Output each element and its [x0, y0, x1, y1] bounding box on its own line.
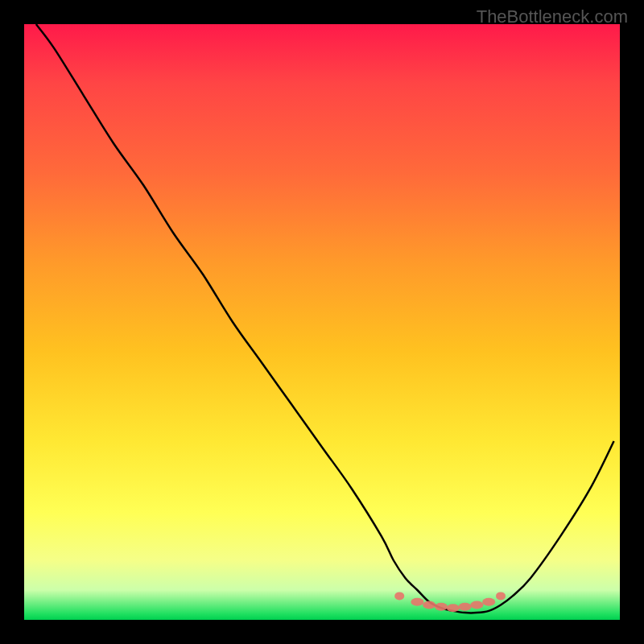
chart-svg — [24, 24, 620, 620]
marker-dot — [470, 601, 483, 609]
marker-dot — [394, 592, 404, 600]
bottleneck-curve — [36, 24, 614, 613]
marker-dot — [435, 603, 448, 611]
marker-dot — [423, 601, 436, 609]
marker-dot — [496, 592, 506, 600]
watermark-text: TheBottleneck.com — [477, 6, 628, 27]
marker-dot — [447, 604, 460, 612]
marker-dot — [482, 598, 495, 606]
marker-dot — [459, 603, 472, 611]
marker-dot — [411, 598, 423, 606]
chart-plot-area — [24, 24, 620, 620]
optimal-range-markers — [394, 592, 506, 612]
